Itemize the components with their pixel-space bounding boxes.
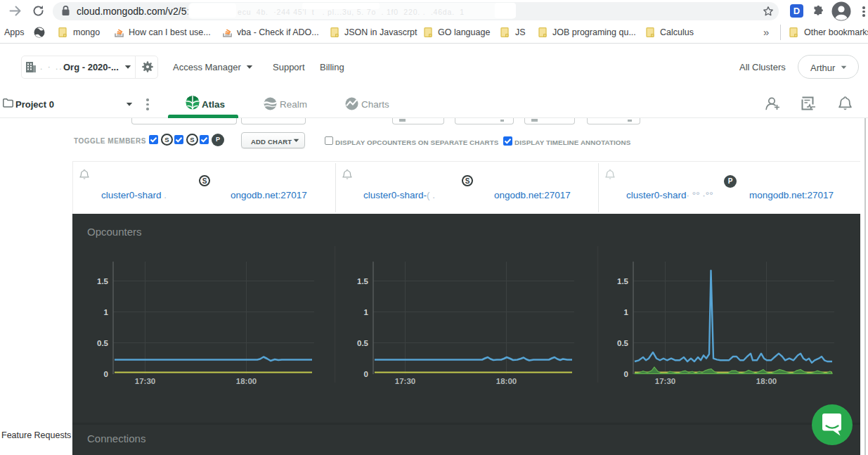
svg-text:1.5: 1.5 [97,277,109,286]
svg-text:17:30: 17:30 [135,377,155,385]
svg-text:0.5: 0.5 [617,339,629,347]
svg-text:1: 1 [624,308,629,316]
svg-text:0: 0 [624,370,628,378]
svg-text:1: 1 [104,308,109,316]
svg-text:0: 0 [104,370,108,378]
svg-text:1.5: 1.5 [617,277,629,286]
svg-text:18:00: 18:00 [236,377,257,385]
svg-text:0.5: 0.5 [357,339,369,347]
svg-text:17:30: 17:30 [655,377,675,385]
svg-text:0.5: 0.5 [97,339,109,347]
svg-text:1: 1 [364,308,369,316]
svg-text:0: 0 [364,370,368,378]
svg-text:1.5: 1.5 [357,277,369,286]
svg-text:18:00: 18:00 [496,377,517,385]
svg-text:17:30: 17:30 [395,377,415,385]
svg-text:18:00: 18:00 [756,377,777,385]
